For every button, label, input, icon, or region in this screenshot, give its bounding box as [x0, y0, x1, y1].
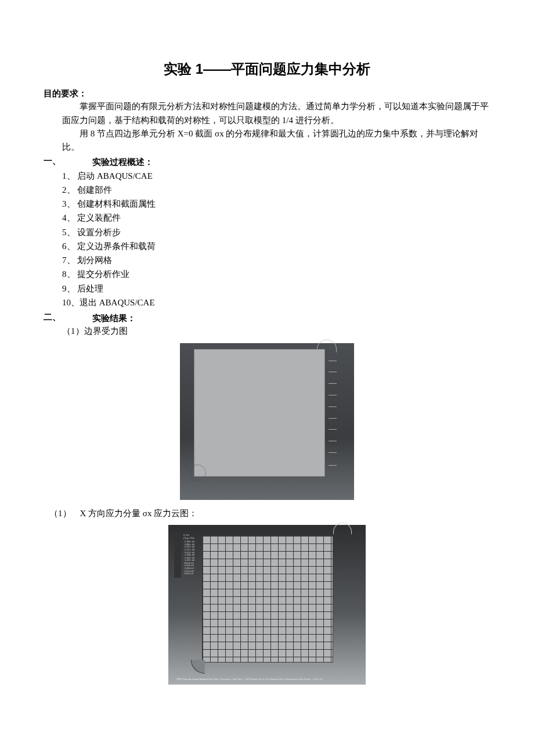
page-title: 实验 1——平面问题应力集中分析	[44, 58, 490, 80]
fe-mesh	[202, 535, 333, 663]
figure-footer: ODB: Plate.odb Abaqus/Standard Step: Ste…	[176, 678, 358, 681]
arc-icon	[333, 523, 352, 534]
objective-heading: 目的要求：	[44, 87, 490, 100]
step-item: 4、 定义装配件	[62, 211, 490, 225]
section-2-num: 二、	[44, 310, 92, 325]
step-item: 7、 划分网格	[62, 254, 490, 267]
step-item: 5、 设置分析步	[62, 226, 490, 239]
objective-p1: 掌握平面问题的有限元分析方法和对称性问题建模的方法。通过简单力学分析，可以知道本…	[44, 100, 490, 127]
figure-stress-contour: S, S11 (Avg: 75%) +3.169e+00 +2.883e+00 …	[44, 525, 490, 685]
result-item-2-num: （1）	[49, 509, 71, 518]
result-item-2: （1） X 方向应力分量 σx 应力云图：	[44, 507, 490, 520]
step-item: 3、 创建材料和截面属性	[62, 197, 490, 211]
objective-p2: 用 8 节点四边形单元分析 X=0 截面 σx 的分布规律和最大值，计算圆孔边的…	[44, 127, 490, 154]
steps-list: 1、 启动 ABAQUS/CAE 2、 创建部件 3、 创建材料和截面属性 4、…	[44, 170, 490, 310]
step-item: 2、 创建部件	[62, 183, 490, 197]
section-2-heading: 实验结果：	[92, 311, 136, 325]
step-item: 10、退出 ABAQUS/CAE	[62, 296, 490, 309]
step-item: 6、 定义边界条件和载荷	[62, 240, 490, 253]
hole-notch-icon	[189, 465, 205, 481]
step-item: 9、 后处理	[62, 282, 490, 296]
section-1-header: 一、 实验过程概述：	[44, 154, 490, 168]
section-1-num: 一、	[44, 154, 92, 168]
figure-stress-image: S, S11 (Avg: 75%) +3.169e+00 +2.883e+00 …	[168, 525, 366, 685]
section-2-header: 二、 实验结果：	[44, 310, 490, 325]
result-item-1: （1）边界受力图	[44, 325, 490, 338]
result-item-2-text: X 方向应力分量 σx 应力云图：	[80, 509, 198, 518]
section-1-heading: 实验过程概述：	[92, 155, 153, 168]
plate-area	[194, 349, 325, 477]
step-item: 1、 启动 ABAQUS/CAE	[62, 170, 490, 183]
figure-bc	[44, 343, 490, 500]
figure-bc-image	[180, 343, 354, 500]
load-arrows-icon	[325, 361, 337, 465]
step-item: 8、 提交分析作业	[62, 268, 490, 281]
